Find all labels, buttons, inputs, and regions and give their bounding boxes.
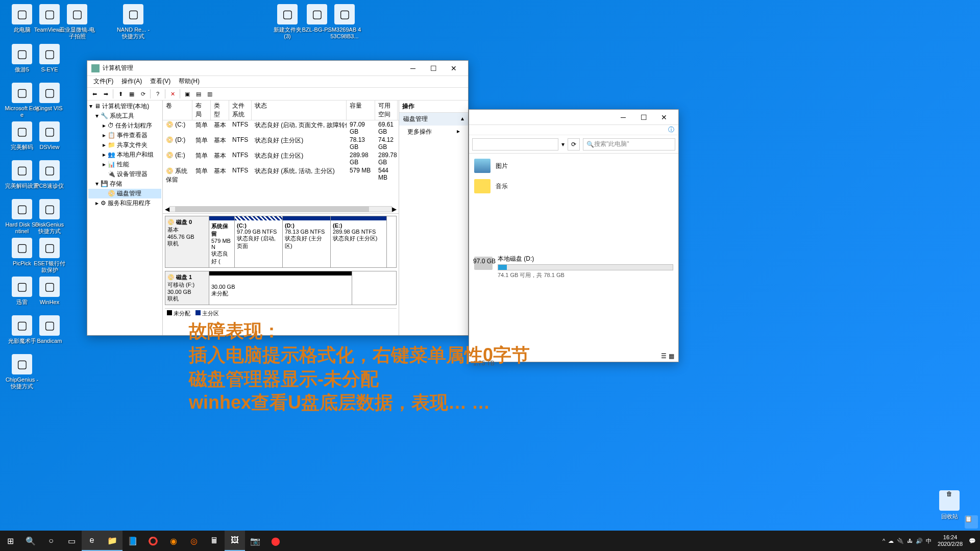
col-volume[interactable]: 卷 (163, 101, 192, 120)
tree-item[interactable]: ▸📋 事件查看器 (88, 131, 161, 140)
close-button[interactable]: ✕ (444, 61, 464, 76)
search-input[interactable]: 🔍 搜索"此电脑" (583, 138, 675, 151)
refresh-button[interactable]: ⟳ (568, 138, 580, 151)
refresh-button[interactable]: ⟳ (138, 89, 148, 99)
tree-item[interactable]: ▸📊 性能 (88, 160, 161, 169)
up-button[interactable]: ⬆ (115, 89, 126, 99)
menu-view[interactable]: 查看(V) (146, 76, 175, 87)
partition[interactable]: (D:)78.13 GB NTFS状态良好 (主分区) (283, 216, 331, 267)
titlebar[interactable]: 计算机管理 ─ ☐ ✕ (87, 61, 468, 76)
menu-help[interactable]: 帮助(H) (175, 76, 204, 87)
col-fs[interactable]: 文件系统 (229, 101, 252, 120)
partition[interactable]: 系统保留579 MB N状态良好 ( (209, 216, 235, 267)
volume-row[interactable]: 📀 (D:)简单基本NTFS状态良好 (主分区)78.13 GB74.12 GB (163, 136, 399, 151)
tree-root[interactable]: ▾🖥 计算机管理(本地) (88, 102, 161, 111)
partition-unallocated[interactable]: 30.00 GB 未分配 (209, 271, 352, 305)
disk-1-row[interactable]: 📀 磁盘 1 可移动 (F:) 30.00 GB 联机 30.00 GB 未分配 (165, 271, 397, 305)
cortana-button[interactable]: ○ (41, 531, 61, 551)
partition[interactable]: (C:)97.09 GB NTFS状态良好 (启动, 页面 (235, 216, 283, 267)
help-button[interactable]: ? (153, 89, 163, 99)
forward-button[interactable]: ➡ (101, 89, 111, 99)
folder-pictures[interactable]: 图片 (474, 159, 673, 173)
tree-item[interactable]: ▸⏱ 任务计划程序 (88, 121, 161, 131)
action3-button[interactable]: ▥ (205, 89, 215, 99)
col-free[interactable]: 可用空间 (375, 101, 398, 120)
notification-icon[interactable]: 📋 (965, 515, 978, 529)
props-button[interactable]: ▦ (127, 89, 137, 99)
tray-ime[interactable]: 中 (926, 537, 932, 545)
actions-group[interactable]: 磁盘管理▴ (399, 113, 468, 126)
disk-graphical-view[interactable]: 📀 磁盘 0 基本 465.76 GB 联机 系统保留579 MB N状态良好 … (163, 214, 399, 335)
desktop-icon[interactable]: ▢ESET银行付款保护 (32, 238, 67, 273)
recycle-bin[interactable]: 🗑 回收站 (934, 490, 965, 520)
clock[interactable]: 16:24 2020/2/28 (935, 534, 966, 547)
desktop-icon[interactable]: ▢S-EYE (32, 44, 67, 73)
disk-0-row[interactable]: 📀 磁盘 0 基本 465.76 GB 联机 系统保留579 MB N状态良好 … (165, 216, 397, 268)
close-button[interactable]: ✕ (654, 110, 674, 124)
desktop-icon[interactable]: ▢DiskGenius 快捷方式 (32, 199, 67, 235)
desktop-icon[interactable]: ▢ChipGenius - 快捷方式 (4, 354, 40, 390)
taskbar-app[interactable]: ◉ (163, 531, 184, 551)
taskbar-app[interactable]: 📷 (245, 531, 265, 551)
tray-expand-icon[interactable]: ^ (883, 538, 885, 544)
partition[interactable]: (E:)289.98 GB NTFS状态良好 (主分区) (331, 216, 387, 267)
back-button[interactable]: ⬅ (89, 89, 100, 99)
action1-button[interactable]: ▣ (182, 89, 192, 99)
taskbar-app[interactable]: ◎ (184, 531, 204, 551)
desktop-icon[interactable]: ▢Bandicam (32, 315, 67, 344)
tree-storage[interactable]: ▾💾 存储 (88, 179, 161, 189)
desktop-icon[interactable]: ▢NAND Re... - 快捷方式 (115, 4, 151, 40)
tray-usb-icon[interactable]: 🔌 (897, 538, 904, 544)
drive-d[interactable]: 本地磁盘 (D:) (474, 255, 673, 271)
volume-row[interactable]: 📀 (C:)简单基本NTFS状态良好 (启动, 页面文件, 故障转储, 主分区)… (163, 120, 399, 136)
taskbar-calc[interactable]: 🖩 (204, 531, 225, 551)
minimize-button[interactable]: ─ (403, 61, 423, 76)
actions-more[interactable]: 更多操作▸ (399, 126, 468, 138)
col-status[interactable]: 状态 (252, 101, 347, 120)
menu-action[interactable]: 操作(A) (117, 76, 146, 87)
search-button[interactable]: 🔍 (20, 531, 41, 551)
taskbar-app[interactable]: ⭕ (143, 531, 163, 551)
volume-row[interactable]: 📀 (E:)简单基本NTFS状态良好 (主分区)289.98 GB289.78 … (163, 151, 399, 166)
explorer-titlebar[interactable]: ─ ☐ ✕ (469, 110, 678, 125)
maximize-button[interactable]: ☐ (423, 61, 444, 76)
desktop-icon[interactable]: ▢WinHex (32, 277, 67, 306)
desktop-icon[interactable]: ▢PCB速诊仪 (32, 160, 67, 189)
tray-volume-icon[interactable]: 🔊 (916, 538, 923, 544)
col-type[interactable]: 类型 (211, 101, 229, 120)
tree-item[interactable]: ▸📁 共享文件夹 (88, 140, 161, 150)
volume-list[interactable]: 卷 布局 类型 文件系统 状态 容量 可用空间 📀 (C:)简单基本NTFS状态… (163, 101, 399, 214)
tree-item[interactable]: 🔌 设备管理器 (88, 169, 161, 179)
taskbar-record[interactable]: ⬤ (265, 531, 286, 551)
taskbar-app[interactable]: 📘 (122, 531, 143, 551)
taskbar-explorer[interactable]: 📁 (102, 531, 122, 551)
desktop-icon[interactable]: ▢工业显微镜-电子拍照 (59, 4, 95, 40)
tree-item[interactable]: ▸👥 本地用户和组 (88, 150, 161, 160)
minimize-button[interactable]: ─ (613, 110, 633, 124)
help-icon[interactable]: ⓘ (668, 126, 674, 134)
view-details-icon[interactable]: ☰ (661, 353, 667, 360)
taskbar-photos[interactable]: 🖼 (225, 531, 245, 551)
desktop-icon[interactable]: ▢SM3269AB 453C98B3... (327, 4, 362, 40)
volume-row[interactable]: 📀 系统保留简单基本NTFS状态良好 (系统, 活动, 主分区)579 MB54… (163, 166, 399, 185)
desktop-icon[interactable]: ▢Kingst VIS (32, 83, 67, 112)
nav-tree[interactable]: ▾🖥 计算机管理(本地) ▾🔧 系统工具 ▸⏱ 任务计划程序 ▸📋 事件查看器 … (87, 101, 163, 335)
taskview-button[interactable]: ▭ (61, 531, 82, 551)
folder-music[interactable]: 音乐 (474, 179, 673, 193)
menu-file[interactable]: 文件(F) (89, 76, 117, 87)
notifications-button[interactable]: 💬 (969, 538, 976, 544)
tree-systools[interactable]: ▾🔧 系统工具 (88, 111, 161, 121)
start-button[interactable]: ⊞ (0, 531, 20, 551)
delete-button[interactable]: ✕ (167, 89, 178, 99)
desktop-icon[interactable]: ▢DSView (32, 121, 67, 151)
tray-network-icon[interactable]: 🖧 (907, 538, 913, 544)
address-dropdown[interactable]: ▾ (561, 141, 565, 148)
h-scrollbar[interactable]: ◀▶ (165, 206, 397, 212)
tree-services[interactable]: ▸⚙ 服务和应用程序 (88, 198, 161, 208)
col-capacity[interactable]: 容量 (347, 101, 375, 120)
col-layout[interactable]: 布局 (192, 101, 211, 120)
tree-diskmgmt[interactable]: 📀 磁盘管理 (88, 189, 161, 198)
tray-cloud-icon[interactable]: ☁ (888, 538, 894, 544)
taskbar-edge[interactable]: e (82, 531, 102, 551)
address-bar[interactable] (472, 138, 558, 151)
